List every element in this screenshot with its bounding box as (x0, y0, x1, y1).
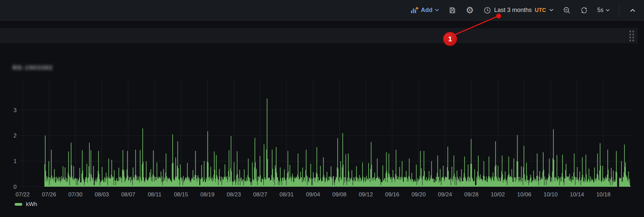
toolbar-divider (619, 4, 619, 17)
svg-text:08/23: 08/23 (227, 191, 241, 198)
legend-swatch (15, 203, 22, 206)
svg-text:2: 2 (14, 132, 17, 139)
refresh-icon (580, 6, 588, 14)
svg-text:08/03: 08/03 (95, 191, 109, 198)
svg-text:09/16: 09/16 (385, 191, 400, 198)
svg-text:07/22: 07/22 (16, 191, 30, 198)
chevron-down-icon (549, 9, 554, 12)
svg-text:08/31: 08/31 (279, 191, 294, 198)
timezone-label: UTC (535, 7, 546, 13)
save-dashboard-button[interactable] (448, 6, 456, 14)
add-panel-label: Add (421, 7, 432, 14)
zoom-out-button[interactable] (563, 6, 571, 14)
svg-text:07/26: 07/26 (42, 191, 56, 198)
gear-icon: ⚙ (466, 6, 474, 15)
dashboard-toolbar: Add ⚙ Last 3 (0, 0, 644, 21)
chevron-up-icon (629, 6, 637, 14)
timeseries-chart-plot[interactable]: 012307/2207/2607/3008/0308/0708/1108/150… (0, 0, 644, 217)
svg-text:08/27: 08/27 (253, 191, 267, 198)
svg-text:10/10: 10/10 (544, 191, 558, 198)
time-range-picker[interactable]: Last 3 months UTC (483, 6, 554, 14)
collapse-toolbar-button[interactable] (629, 6, 637, 14)
callout-badge-1: 1 (443, 32, 457, 46)
svg-text:10/06: 10/06 (517, 191, 532, 198)
clock-icon (483, 6, 491, 14)
svg-text:3: 3 (14, 107, 17, 113)
svg-text:10/02: 10/02 (491, 191, 505, 198)
chevron-down-icon (435, 9, 439, 12)
svg-text:09/12: 09/12 (359, 191, 373, 198)
svg-text:08/19: 08/19 (200, 191, 215, 198)
graph-bar-plus-icon (410, 6, 418, 14)
grafana-dashboard: Add ⚙ Last 3 (0, 0, 644, 217)
svg-text:0: 0 (14, 184, 17, 190)
legend-item-kwh[interactable]: kWh (15, 201, 37, 208)
add-panel-button[interactable]: Add (410, 6, 439, 14)
svg-text:09/04: 09/04 (306, 191, 320, 198)
svg-text:1: 1 (14, 158, 17, 164)
svg-text:10/18: 10/18 (596, 191, 611, 198)
refresh-interval-label: 5s (597, 7, 603, 14)
svg-text:08/15: 08/15 (174, 191, 188, 198)
chevron-down-icon (606, 9, 610, 12)
svg-text:09/28: 09/28 (464, 191, 479, 198)
svg-text:10/14: 10/14 (570, 191, 584, 198)
refresh-interval-picker[interactable]: 5s (597, 7, 610, 14)
svg-text:09/08: 09/08 (332, 191, 347, 198)
save-icon (448, 6, 456, 14)
svg-text:08/11: 08/11 (148, 191, 161, 198)
callout-badge-label: 1 (448, 35, 452, 43)
zoom-out-icon (563, 6, 571, 14)
legend-label: kWh (26, 201, 37, 208)
svg-text:07/30: 07/30 (68, 191, 82, 198)
dashboard-settings-button[interactable]: ⚙ (466, 6, 474, 15)
svg-text:09/24: 09/24 (438, 191, 452, 198)
time-range-label: Last 3 months (494, 7, 532, 14)
svg-text:09/20: 09/20 (411, 191, 426, 198)
refresh-button[interactable] (580, 6, 588, 14)
svg-text:08/07: 08/07 (121, 191, 135, 198)
